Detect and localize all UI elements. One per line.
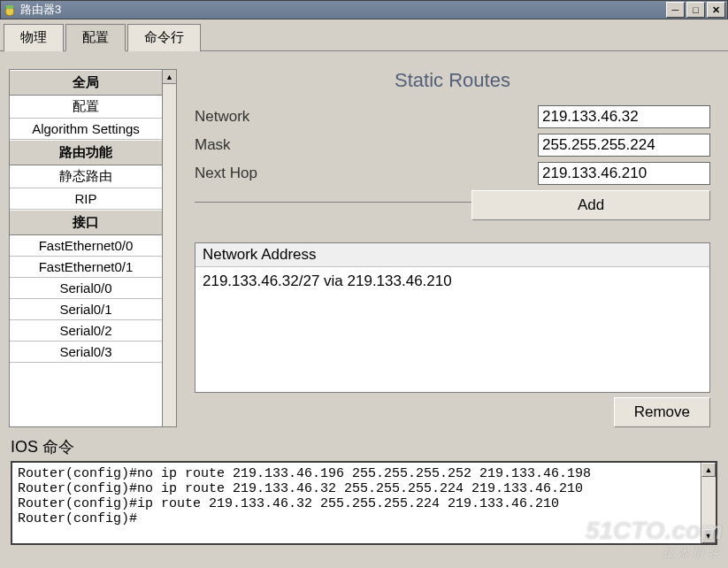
ios-output: Router(config)#no ip route 219.133.46.19… — [11, 461, 717, 545]
network-address-entry[interactable]: 219.133.46.32/27 via 219.133.46.210 — [195, 267, 709, 296]
remove-button[interactable]: Remove — [614, 397, 710, 427]
main-panel: Static Routes Network Mask Next Hop Add … — [186, 69, 719, 427]
close-button[interactable]: ✕ — [707, 2, 725, 18]
network-address-box: Network Address 219.133.46.32/27 via 219… — [195, 242, 710, 393]
svg-rect-1 — [6, 5, 13, 9]
router-icon — [3, 3, 17, 17]
minimize-button[interactable]: ─ — [666, 2, 685, 18]
sidebar-head-global: 全局 — [10, 70, 162, 96]
panel-title: Static Routes — [195, 69, 710, 92]
scroll-up-icon[interactable]: ▲ — [163, 70, 176, 84]
sidebar-item-s01[interactable]: Serial0/1 — [10, 299, 162, 320]
nexthop-input[interactable] — [538, 162, 710, 185]
sidebar-item-fe00[interactable]: FastEthernet0/0 — [10, 235, 162, 257]
ios-title: IOS 命令 — [11, 436, 717, 457]
maximize-button[interactable]: □ — [686, 2, 705, 18]
sidebar-item-s00[interactable]: Serial0/0 — [10, 278, 162, 299]
network-address-header: Network Address — [195, 243, 709, 267]
sidebar-head-routing: 路由功能 — [10, 140, 162, 165]
network-input[interactable] — [538, 105, 710, 128]
label-network: Network — [195, 108, 336, 126]
scroll-down-icon[interactable]: ▼ — [701, 529, 716, 543]
sidebar-item-fe01[interactable]: FastEthernet0/1 — [10, 257, 162, 278]
sidebar: 全局 配置 Algorithm Settings 路由功能 静态路由 RIP 接… — [9, 69, 163, 427]
sidebar-item-static[interactable]: 静态路由 — [10, 165, 162, 188]
tab-bar: 物理 配置 命令行 — [0, 19, 728, 51]
mask-input[interactable] — [538, 134, 710, 157]
sidebar-item-s03[interactable]: Serial0/3 — [10, 342, 162, 363]
label-mask: Mask — [195, 136, 336, 154]
ios-text[interactable]: Router(config)#no ip route 219.133.46.19… — [12, 463, 701, 543]
sidebar-item-algorithm[interactable]: Algorithm Settings — [10, 119, 162, 140]
add-button[interactable]: Add — [471, 190, 710, 220]
ios-scrollbar[interactable]: ▲ ▼ — [701, 463, 716, 543]
titlebar: 路由器3 ─ □ ✕ — [0, 0, 728, 19]
sidebar-item-s02[interactable]: Serial0/2 — [10, 320, 162, 342]
window-title: 路由器3 — [20, 2, 666, 18]
label-nexthop: Next Hop — [195, 165, 336, 182]
tab-physical[interactable]: 物理 — [4, 24, 64, 51]
tab-cli[interactable]: 命令行 — [127, 24, 201, 51]
tab-config[interactable]: 配置 — [65, 24, 126, 51]
sidebar-item-rip[interactable]: RIP — [10, 188, 162, 210]
sidebar-scrollbar[interactable]: ▲ — [163, 69, 177, 427]
sidebar-head-interface: 接口 — [10, 210, 162, 235]
separator — [195, 190, 471, 203]
sidebar-item-settings[interactable]: 配置 — [10, 96, 162, 119]
scroll-up-icon[interactable]: ▲ — [701, 463, 716, 477]
